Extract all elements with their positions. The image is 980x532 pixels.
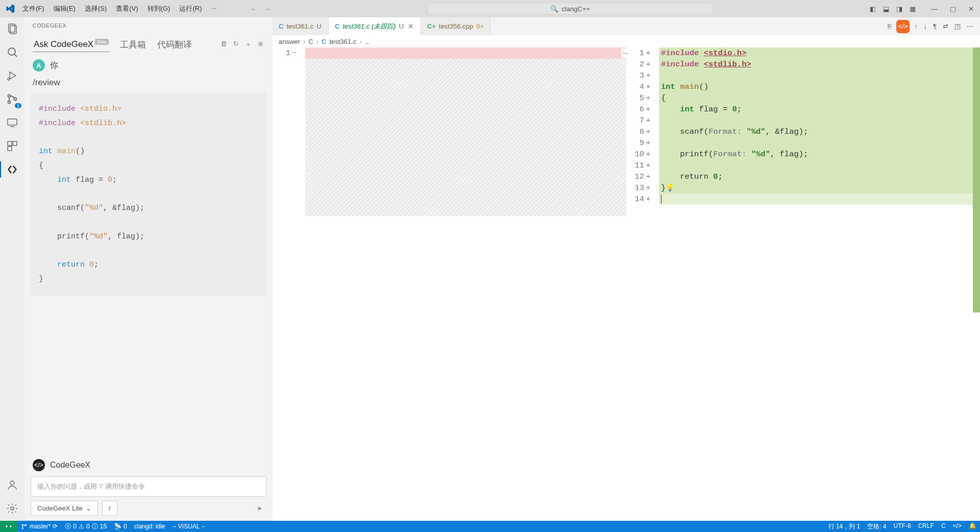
close-icon[interactable]: ✕ [966, 4, 976, 14]
menu-run[interactable]: 运行(R) [175, 2, 206, 15]
chat-ai-header: </> CodeGeeX [31, 457, 266, 476]
titlebar: 文件(F) 编辑(E) 选择(S) 查看(V) 转到(G) 运行(R) ··· … [0, 0, 980, 17]
menu-view[interactable]: 查看(V) [112, 2, 142, 15]
overview-ruler[interactable] [973, 47, 980, 521]
sidebar: CODEGEEX Ask CodeGeeXBeta 工具箱 代码翻译 🗑 ↻ ＋… [24, 17, 273, 521]
swap-icon[interactable]: ⇄ [941, 21, 950, 32]
diff-pane-original[interactable]: 1− [273, 47, 626, 521]
tab-test356[interactable]: C+ test356.cpp 9+ [421, 17, 491, 35]
more-icon[interactable]: ⋯ [965, 21, 975, 32]
slash-button[interactable]: / [102, 501, 117, 516]
tab-test361-untracked[interactable]: C test361.c (未跟踪) U ✕ [329, 17, 421, 35]
maximize-icon[interactable]: ▢ [948, 4, 958, 14]
arrow-down-icon[interactable]: ↓ [922, 21, 929, 32]
code-area-left [305, 47, 626, 216]
status-vim-mode: -- VISUAL -- [168, 521, 209, 532]
open-file-icon[interactable]: ⎘ [886, 21, 893, 32]
activity-account-icon[interactable] [4, 477, 20, 493]
more-icon[interactable]: ⊕ [257, 39, 264, 50]
model-selector[interactable]: CodeGeeX Lite⌄ [31, 501, 98, 516]
svg-point-5 [8, 95, 11, 98]
c-file-icon: C [322, 38, 326, 45]
status-problems[interactable]: ⓧ0 ⚠0 ⓘ15 [61, 521, 110, 532]
svg-line-3 [14, 54, 17, 57]
svg-rect-12 [8, 147, 12, 151]
crumb-file[interactable]: test361.c [329, 38, 356, 45]
status-encoding[interactable]: UTF-8 [890, 522, 915, 529]
chevron-down-icon: ⌄ [86, 504, 91, 512]
diff-view[interactable]: 1− ⤳ 1+ 2+ 3+ 4+ 5+ 6+ 7+ 8+ [273, 47, 980, 521]
activity-run-icon[interactable] [4, 67, 20, 84]
status-codegeex-icon[interactable]: </> [949, 522, 965, 529]
svg-rect-11 [13, 141, 17, 146]
menu-goto[interactable]: 转到(G) [143, 2, 175, 15]
sidebar-tab-ask[interactable]: Ask CodeGeeXBeta [33, 37, 110, 52]
lightbulb-icon[interactable]: 💡 [666, 182, 674, 194]
layout-panel-right-icon[interactable]: ◨ [894, 4, 904, 14]
command-center[interactable]: 🔍 clangC++ [427, 3, 713, 15]
sidebar-tab-translate[interactable]: 代码翻译 [156, 37, 193, 53]
ai-name: CodeGeeX [50, 461, 90, 470]
svg-point-6 [8, 101, 11, 104]
crumb-more[interactable]: ... [365, 38, 371, 45]
plus-icon[interactable]: ＋ [244, 39, 253, 50]
svg-point-4 [8, 78, 10, 80]
menu-select[interactable]: 选择(S) [81, 2, 111, 15]
sidebar-tabs: Ask CodeGeeXBeta 工具箱 代码翻译 🗑 ↻ ＋ ⊕ [24, 34, 273, 55]
arrow-up-icon[interactable]: ↑ [913, 21, 919, 32]
breadcrumbs[interactable]: answer › C › C test361.c › ... [273, 35, 980, 47]
activity-explorer-icon[interactable] [4, 20, 20, 37]
status-language[interactable]: C [938, 522, 949, 529]
sync-icon[interactable]: ⟳ [53, 523, 58, 530]
nav-back-icon[interactable]: ← [248, 3, 259, 15]
minimize-icon[interactable]: — [929, 4, 940, 14]
antenna-icon: 📡 [114, 523, 121, 530]
svg-point-14 [11, 507, 14, 510]
layout-panel-bottom-icon[interactable]: ⬓ [881, 4, 891, 14]
trash-icon[interactable]: 🗑 [219, 39, 228, 50]
activity-codegeex-icon[interactable] [4, 161, 20, 178]
tab-test361-original[interactable]: C test361.c U [273, 17, 329, 35]
svg-point-17 [26, 524, 27, 525]
activity-scm-icon[interactable]: 1 [4, 91, 20, 107]
menu-file[interactable]: 文件(F) [18, 2, 48, 15]
activity-extensions-icon[interactable] [4, 138, 20, 154]
vscode-logo-icon [4, 3, 16, 15]
modified-indicator: U [316, 22, 321, 30]
status-clangd[interactable]: clangd: idle [131, 521, 169, 532]
window-controls: — ▢ ✕ [929, 4, 976, 14]
sidebar-actions: 🗑 ↻ ＋ ⊕ [219, 39, 264, 50]
crumb-answer[interactable]: answer [279, 38, 300, 45]
chat-user-header: A 你 [31, 55, 266, 76]
chat-footer: </> CodeGeeX 输入你的问题，或用 '/' 调用快捷命令 CodeGe… [24, 453, 273, 521]
split-icon[interactable]: ◫ [953, 21, 962, 32]
activity-search-icon[interactable] [4, 44, 20, 60]
codegeex-action-icon[interactable]: </> [896, 20, 910, 33]
status-branch[interactable]: master* ⟳ [17, 521, 61, 532]
chevron-right-icon: › [303, 38, 305, 45]
statusbar: master* ⟳ ⓧ0 ⚠0 ⓘ15 📡0 clangd: idle -- V… [0, 521, 980, 532]
history-icon[interactable]: ↻ [232, 39, 240, 50]
menu-more[interactable]: ··· [207, 2, 220, 15]
activity-settings-icon[interactable] [4, 500, 20, 517]
nav-forward-icon[interactable]: → [262, 3, 273, 15]
sidebar-title: CODEGEEX [24, 17, 273, 34]
layout-panel-left-icon[interactable]: ◧ [868, 4, 878, 14]
crumb-c[interactable]: C [308, 38, 313, 45]
remote-indicator-icon[interactable] [0, 521, 17, 532]
status-position[interactable]: 行 14，列 1 [825, 522, 864, 531]
diff-pane-modified[interactable]: 1+ 2+ 3+ 4+ 5+ 6+ 7+ 8+ 9+ 10+ 11+ 12+ 1… [626, 47, 980, 521]
menu-edit[interactable]: 编辑(E) [50, 2, 80, 15]
pilcrow-icon[interactable]: ¶ [932, 21, 938, 32]
sidebar-tab-toolbox[interactable]: 工具箱 [119, 37, 147, 53]
tab-close-icon[interactable]: ✕ [407, 22, 414, 30]
activity-remote-icon[interactable] [4, 114, 20, 131]
send-icon[interactable]: ➤ [253, 502, 266, 514]
chat-bottom-row: CodeGeeX Lite⌄ / ➤ [31, 501, 266, 516]
status-notifications-icon[interactable]: 🔔 [965, 522, 980, 529]
status-ports[interactable]: 📡0 [110, 521, 131, 532]
status-spaces[interactable]: 空格: 4 [864, 522, 890, 531]
layout-customize-icon[interactable]: ▦ [908, 4, 918, 14]
chat-input[interactable]: 输入你的问题，或用 '/' 调用快捷命令 [31, 476, 266, 497]
status-eol[interactable]: CRLF [915, 522, 938, 529]
